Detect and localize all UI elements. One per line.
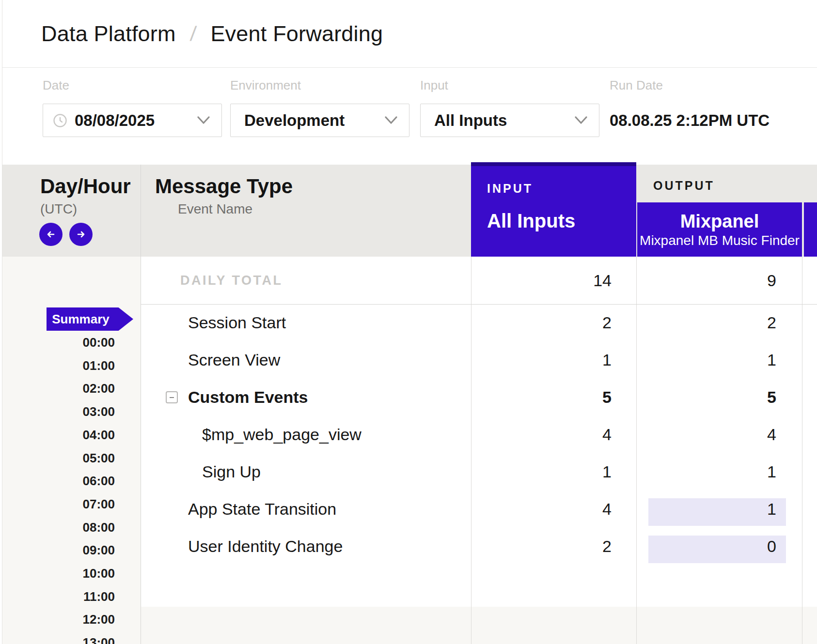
output-value-custom-events: 5 (652, 379, 776, 416)
column-divider (802, 257, 802, 644)
breadcrumb: Data Platform / Event Forwarding (2, 0, 817, 68)
chevron-down-icon (196, 116, 211, 125)
row-label-session-start: Session Start (188, 304, 286, 341)
output-section-label: OUTPUT (653, 179, 715, 193)
environment-select-value: Development (244, 111, 378, 130)
output-value-app-state-transition: 1 (652, 491, 776, 528)
input-section-label: INPUT (487, 182, 636, 196)
input-value-user-identity-change: 2 (487, 528, 612, 565)
column-divider (141, 165, 141, 257)
message-type-column-subtitle: Event Name (178, 201, 252, 217)
daily-total-label: DAILY TOTAL (180, 257, 283, 304)
input-filter-label: Input (420, 78, 448, 93)
environment-select[interactable]: Development (230, 104, 409, 137)
arrow-left-icon (44, 228, 58, 241)
column-divider (471, 257, 471, 644)
hour-label-1200[interactable]: 12:00 (29, 608, 115, 631)
hour-label-1100[interactable]: 11:00 (29, 585, 115, 608)
hour-label-1300[interactable]: 13:00 (29, 631, 115, 644)
breadcrumb-separator: / (189, 22, 197, 46)
day-hour-column-title: Day/Hour (40, 175, 131, 198)
hour-label-1000[interactable]: 10:00 (29, 562, 115, 585)
row-label-screen-view: Screen View (188, 341, 280, 379)
row-label-user-identity-change: User Identity Change (188, 528, 343, 565)
output-column-subtitle: Mixpanel MB Music Finder (640, 234, 800, 247)
clock-icon (53, 113, 67, 128)
hour-label-0900[interactable]: 09:00 (29, 538, 115, 562)
row-label-custom-events: Custom Events (188, 379, 308, 416)
page: Data Platform / Event Forwarding Date 08… (0, 0, 817, 644)
collapse-expander-icon[interactable] (166, 391, 178, 403)
table-footer-band (141, 607, 817, 644)
hour-label-0800[interactable]: 08:00 (29, 516, 115, 539)
output-value-mp-web-page-view: 4 (652, 416, 776, 453)
output-value-screen-view: 1 (652, 341, 776, 379)
input-value-session-start: 2 (487, 304, 612, 341)
hour-label-0200[interactable]: 02:00 (29, 377, 115, 400)
hour-label-0300[interactable]: 03:00 (29, 400, 115, 423)
summary-row-badge[interactable]: Summary (47, 307, 133, 331)
filter-bar: Date 08/08/2025 Environment Development … (2, 68, 817, 165)
output-value-user-identity-change: 0 (652, 528, 776, 565)
input-column-title: All Inputs (487, 210, 636, 232)
grid-header: Day/Hour (UTC) Message Type Event Name I… (2, 165, 817, 257)
arrow-right-icon (74, 228, 88, 241)
input-value-sign-up: 1 (487, 453, 612, 491)
chevron-down-icon (574, 116, 588, 125)
message-type-column-title: Message Type (155, 175, 293, 198)
previous-day-button[interactable] (39, 223, 63, 246)
breadcrumb-item-data-platform[interactable]: Data Platform (41, 21, 176, 46)
output-value-session-start: 2 (652, 304, 776, 341)
hour-label-0700[interactable]: 07:00 (29, 492, 115, 516)
run-date-value: 08.08.25 2:12PM UTC (610, 104, 770, 137)
daily-total-input-value: 14 (487, 257, 612, 304)
date-select[interactable]: 08/08/2025 (43, 104, 222, 137)
output-column-title: Mixpanel (680, 212, 759, 230)
page-left-border (2, 0, 2, 644)
next-day-button[interactable] (69, 223, 93, 246)
input-select[interactable]: All Inputs (420, 104, 599, 137)
hour-label-0000[interactable]: 00:00 (29, 331, 115, 354)
output-column-header-partial[interactable] (804, 202, 817, 257)
row-label-sign-up: Sign Up (202, 453, 261, 491)
chevron-down-icon (384, 116, 398, 125)
input-select-value: All Inputs (434, 111, 568, 130)
input-value-screen-view: 1 (487, 341, 612, 379)
hour-label-0600[interactable]: 06:00 (29, 469, 115, 492)
column-divider (636, 257, 637, 644)
minus-icon (170, 397, 174, 398)
date-filter-label: Date (43, 78, 69, 93)
date-select-value: 08/08/2025 (75, 111, 190, 130)
input-column-header[interactable]: INPUT All Inputs (471, 162, 636, 257)
row-label-app-state-transition: App State Transition (188, 491, 336, 528)
hour-label-0400[interactable]: 04:00 (29, 423, 115, 446)
input-value-app-state-transition: 4 (487, 491, 612, 528)
day-hour-column-subtitle: (UTC) (40, 201, 77, 217)
row-label-mp-web-page-view: $mp_web_page_view (202, 416, 361, 453)
day-pager (39, 223, 93, 246)
input-value-custom-events: 5 (487, 379, 612, 416)
run-date-label: Run Date (610, 78, 663, 93)
output-value-sign-up: 1 (652, 453, 776, 491)
daily-total-output-value: 9 (652, 257, 776, 304)
breadcrumb-item-event-forwarding[interactable]: Event Forwarding (210, 21, 383, 46)
output-column-header-mixpanel[interactable]: Mixpanel Mixpanel MB Music Finder (637, 202, 802, 257)
grid-body: DAILY TOTAL 14 9 Summary Session Start22… (2, 257, 817, 644)
hour-label-0100[interactable]: 01:00 (29, 354, 115, 377)
environment-filter-label: Environment (230, 78, 301, 93)
input-value-mp-web-page-view: 4 (487, 416, 612, 453)
hour-label-0500[interactable]: 05:00 (29, 446, 115, 470)
